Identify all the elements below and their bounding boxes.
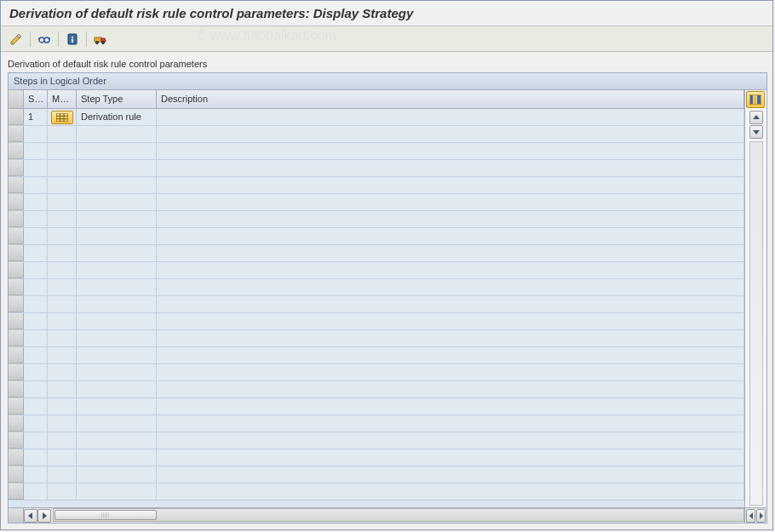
table-row[interactable] — [9, 296, 744, 313]
row-selector[interactable] — [9, 296, 24, 312]
row-selector[interactable] — [9, 466, 24, 483]
cell-description[interactable] — [157, 177, 744, 193]
cell-type[interactable] — [77, 143, 157, 159]
cell-description[interactable] — [157, 279, 744, 295]
col-step[interactable]: St... — [24, 90, 48, 108]
cell-type[interactable] — [77, 347, 157, 363]
table-row[interactable] — [9, 194, 744, 211]
cell-maint[interactable] — [48, 398, 77, 415]
cell-description[interactable] — [157, 109, 744, 125]
table-row[interactable]: 1Derivation rule — [9, 109, 744, 126]
table-row[interactable] — [9, 415, 744, 432]
cell-type[interactable] — [77, 364, 157, 380]
cell-step[interactable] — [24, 143, 48, 159]
hscroll-track[interactable] — [53, 508, 744, 522]
cell-maint[interactable] — [48, 279, 77, 295]
table-row[interactable] — [9, 262, 744, 279]
cell-maint[interactable] — [48, 415, 77, 432]
cell-maint[interactable] — [48, 449, 77, 466]
cell-type[interactable] — [77, 211, 157, 227]
row-selector[interactable] — [9, 245, 24, 261]
row-selector[interactable] — [9, 143, 24, 159]
row-selector[interactable] — [9, 211, 24, 227]
cell-step[interactable] — [24, 466, 48, 483]
cell-maint[interactable] — [48, 381, 77, 398]
cell-type[interactable] — [77, 415, 157, 432]
table-row[interactable] — [9, 432, 744, 449]
row-selector[interactable] — [9, 364, 24, 380]
cell-maint[interactable] — [48, 262, 77, 278]
row-selector[interactable] — [9, 449, 24, 466]
row-selector[interactable] — [9, 398, 24, 415]
table-row[interactable] — [9, 449, 744, 466]
row-selector[interactable] — [9, 432, 24, 449]
cell-step[interactable] — [24, 279, 48, 295]
cell-type[interactable]: Derivation rule — [77, 109, 157, 125]
col-maint[interactable]: Ma... — [48, 90, 77, 108]
select-all-cell[interactable] — [9, 90, 24, 108]
cell-maint[interactable] — [48, 347, 77, 363]
cell-description[interactable] — [157, 347, 744, 363]
cell-maint[interactable] — [48, 245, 77, 261]
cell-step[interactable] — [24, 160, 48, 176]
cell-description[interactable] — [157, 415, 744, 432]
transport-button[interactable] — [90, 30, 111, 49]
cell-maint[interactable] — [48, 330, 77, 346]
col-type[interactable]: Step Type — [77, 90, 157, 108]
cell-description[interactable] — [157, 313, 744, 329]
cell-description[interactable] — [157, 449, 744, 466]
row-selector[interactable] — [9, 262, 24, 278]
grid-body[interactable]: 1Derivation rule — [9, 109, 744, 507]
row-selector[interactable] — [9, 330, 24, 346]
row-selector[interactable] — [9, 381, 24, 398]
table-row[interactable] — [9, 381, 744, 398]
cell-maint[interactable] — [48, 177, 77, 193]
cell-type[interactable] — [77, 194, 157, 210]
cell-maint[interactable] — [48, 364, 77, 380]
cell-step[interactable] — [24, 177, 48, 193]
cell-description[interactable] — [157, 398, 744, 415]
table-row[interactable] — [9, 126, 744, 143]
row-selector[interactable] — [9, 279, 24, 295]
cell-type[interactable] — [77, 279, 157, 295]
cell-maint[interactable] — [48, 143, 77, 159]
scroll-left-button[interactable] — [24, 509, 37, 523]
cell-description[interactable] — [157, 466, 744, 483]
vscroll-track[interactable] — [749, 141, 763, 506]
cell-type[interactable] — [77, 313, 157, 329]
cell-step[interactable]: 1 — [24, 109, 48, 125]
cell-maint[interactable] — [48, 313, 77, 329]
table-row[interactable] — [9, 211, 744, 228]
configure-columns-button[interactable] — [746, 91, 765, 108]
table-row[interactable] — [9, 347, 744, 364]
table-row[interactable] — [9, 330, 744, 347]
cell-type[interactable] — [77, 160, 157, 176]
cell-description[interactable] — [157, 228, 744, 244]
cell-step[interactable] — [24, 126, 48, 142]
cell-description[interactable] — [157, 194, 744, 210]
cell-maint[interactable] — [48, 466, 77, 483]
info-button[interactable] — [62, 30, 83, 49]
cell-description[interactable] — [157, 432, 744, 449]
table-row[interactable] — [9, 466, 744, 483]
cell-description[interactable] — [157, 483, 744, 500]
cell-step[interactable] — [24, 381, 48, 398]
cell-step[interactable] — [24, 449, 48, 466]
cell-maint[interactable] — [48, 109, 77, 125]
cell-maint[interactable] — [48, 160, 77, 176]
cell-type[interactable] — [77, 296, 157, 312]
cell-type[interactable] — [77, 449, 157, 466]
cell-description[interactable] — [157, 160, 744, 176]
row-selector[interactable] — [9, 177, 24, 193]
cell-description[interactable] — [157, 143, 744, 159]
col-description[interactable]: Description — [157, 90, 744, 108]
row-selector[interactable] — [9, 194, 24, 210]
row-selector[interactable] — [9, 347, 24, 363]
row-selector[interactable] — [9, 415, 24, 432]
cell-maint[interactable] — [48, 432, 77, 449]
scroll-left-button-2[interactable] — [746, 509, 755, 523]
table-row[interactable] — [9, 313, 744, 330]
cell-type[interactable] — [77, 177, 157, 193]
table-row[interactable] — [9, 279, 744, 296]
cell-maint[interactable] — [48, 211, 77, 227]
